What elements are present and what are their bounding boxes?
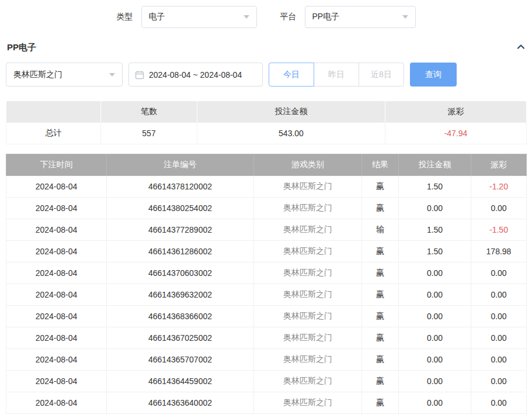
game-category-cell: 奥林匹斯之门 bbox=[254, 262, 362, 284]
table-row: 2024-08-0446614361286002奥林匹斯之门赢1.50178.9… bbox=[6, 241, 527, 262]
bet-time-cell: 2024-08-04 bbox=[6, 392, 107, 414]
table-row: 2024-08-0446614368366002奥林匹斯之门赢0.000.00 bbox=[6, 306, 527, 327]
header-bet-id: 注单编号 bbox=[107, 154, 254, 176]
summary-total-label: 总计 bbox=[6, 123, 101, 144]
bet-amount-cell: 0.00 bbox=[399, 198, 471, 219]
game-select[interactable]: 奥林匹斯之门 bbox=[6, 63, 123, 87]
top-filter-bar: 类型 电子 平台 PP电子 bbox=[0, 0, 532, 32]
game-category-cell: 奥林匹斯之门 bbox=[254, 241, 362, 262]
bet-time-cell: 2024-08-04 bbox=[6, 327, 107, 349]
bet-time-cell: 2024-08-04 bbox=[6, 262, 107, 284]
platform-select[interactable]: PP电子 bbox=[305, 6, 416, 28]
bet-time-cell: 2024-08-04 bbox=[6, 306, 107, 327]
result-cell: 赢 bbox=[362, 198, 399, 219]
bet-id-cell: 46614365707002 bbox=[107, 349, 254, 371]
table-row: 2024-08-0446614377289002奥林匹斯之门输1.50-1.50 bbox=[6, 219, 527, 241]
payout-cell: 0.00 bbox=[471, 349, 527, 371]
table-row: 2024-08-0446614363640002奥林匹斯之门赢0.000.00 bbox=[6, 392, 527, 414]
yesterday-button[interactable]: 昨日 bbox=[314, 63, 359, 87]
game-category-cell: 奥林匹斯之门 bbox=[254, 371, 362, 392]
platform-label: 平台 bbox=[280, 12, 297, 22]
summary-header-row: 笔数 投注金额 派彩 bbox=[6, 101, 527, 123]
records-table-body: 2024-08-0446614378120002奥林匹斯之门赢1.50-1.20… bbox=[6, 176, 527, 414]
payout-cell: 0.00 bbox=[471, 371, 527, 392]
summary-header-payout: 派彩 bbox=[385, 101, 527, 123]
search-button[interactable]: 查询 bbox=[410, 63, 457, 87]
payout-cell: 0.00 bbox=[471, 327, 527, 349]
type-select-value: 电子 bbox=[149, 12, 165, 22]
bet-id-cell: 46614370603002 bbox=[107, 262, 254, 284]
chevron-down-icon bbox=[244, 15, 249, 19]
summary-bet-amount-value: 543.00 bbox=[197, 123, 385, 144]
table-row: 2024-08-0446614370603002奥林匹斯之门赢0.000.00 bbox=[6, 262, 527, 284]
game-select-value: 奥林匹斯之门 bbox=[13, 70, 62, 80]
payout-cell: 0.00 bbox=[471, 284, 527, 306]
bet-amount-cell: 0.00 bbox=[399, 284, 471, 306]
bet-id-cell: 46614369632002 bbox=[107, 284, 254, 306]
game-category-cell: 奥林匹斯之门 bbox=[254, 306, 362, 327]
header-result: 结果 bbox=[362, 154, 399, 176]
chevron-down-icon bbox=[402, 15, 408, 19]
bet-time-cell: 2024-08-04 bbox=[6, 219, 107, 241]
bet-id-cell: 46614363640002 bbox=[107, 392, 254, 414]
last-8-days-button[interactable]: 近8日 bbox=[359, 63, 404, 87]
bet-time-cell: 2024-08-04 bbox=[6, 284, 107, 306]
bet-amount-cell: 0.00 bbox=[399, 306, 471, 327]
payout-cell: 0.00 bbox=[471, 306, 527, 327]
page-title: PP电子 bbox=[7, 42, 36, 53]
payout-cell: 0.00 bbox=[471, 392, 527, 414]
bet-amount-cell: 0.00 bbox=[399, 349, 471, 371]
result-cell: 赢 bbox=[362, 176, 399, 198]
game-category-cell: 奥林匹斯之门 bbox=[254, 284, 362, 306]
today-button[interactable]: 今日 bbox=[269, 63, 314, 87]
table-row: 2024-08-0446614365707002奥林匹斯之门赢0.000.00 bbox=[6, 349, 527, 371]
payout-cell: -1.50 bbox=[471, 219, 527, 241]
payout-cell: 0.00 bbox=[471, 262, 527, 284]
result-cell: 赢 bbox=[362, 371, 399, 392]
bet-id-cell: 46614380254002 bbox=[107, 198, 254, 219]
result-cell: 赢 bbox=[362, 284, 399, 306]
header-bet-amount: 投注金额 bbox=[399, 154, 471, 176]
result-cell: 赢 bbox=[362, 306, 399, 327]
summary-payout-value: -47.94 bbox=[385, 123, 527, 144]
bet-amount-cell: 0.00 bbox=[399, 392, 471, 414]
header-payout: 派彩 bbox=[471, 154, 527, 176]
bet-time-cell: 2024-08-04 bbox=[6, 241, 107, 262]
game-category-cell: 奥林匹斯之门 bbox=[254, 349, 362, 371]
summary-table: 笔数 投注金额 派彩 总计 557 543.00 -47.94 bbox=[6, 101, 527, 144]
collapse-button[interactable] bbox=[517, 43, 525, 53]
table-row: 2024-08-0446614378120002奥林匹斯之门赢1.50-1.20 bbox=[6, 176, 527, 198]
type-label: 类型 bbox=[117, 12, 133, 22]
table-row: 2024-08-0446614367025002奥林匹斯之门赢0.000.00 bbox=[6, 327, 527, 349]
bet-amount-cell: 0.00 bbox=[399, 262, 471, 284]
bet-id-cell: 46614378120002 bbox=[107, 176, 254, 198]
header-bet-time: 下注时间 bbox=[6, 154, 107, 176]
bet-amount-cell: 0.00 bbox=[399, 371, 471, 392]
payout-cell: 178.98 bbox=[471, 241, 527, 262]
result-cell: 赢 bbox=[362, 327, 399, 349]
bet-time-cell: 2024-08-04 bbox=[6, 349, 107, 371]
bet-amount-cell: 0.00 bbox=[399, 327, 471, 349]
result-cell: 赢 bbox=[362, 349, 399, 371]
bet-id-cell: 46614367025002 bbox=[107, 327, 254, 349]
game-category-cell: 奥林匹斯之门 bbox=[254, 219, 362, 241]
table-row: 2024-08-0446614369632002奥林匹斯之门赢0.000.00 bbox=[6, 284, 527, 306]
bet-time-cell: 2024-08-04 bbox=[6, 371, 107, 392]
summary-header-bet-amount: 投注金额 bbox=[197, 101, 385, 123]
result-cell: 赢 bbox=[362, 262, 399, 284]
records-table: 下注时间 注单编号 游戏类别 结果 投注金额 派彩 2024-08-044661… bbox=[6, 154, 527, 414]
summary-header-count: 笔数 bbox=[101, 101, 197, 123]
table-row: 2024-08-0446614380254002奥林匹斯之门赢0.000.00 bbox=[6, 198, 527, 219]
table-row: 2024-08-0446614364459002奥林匹斯之门赢0.000.00 bbox=[6, 371, 527, 392]
summary-total-row: 总计 557 543.00 -47.94 bbox=[6, 123, 527, 144]
payout-cell: 0.00 bbox=[471, 198, 527, 219]
bet-time-cell: 2024-08-04 bbox=[6, 176, 107, 198]
type-select[interactable]: 电子 bbox=[141, 6, 257, 28]
payout-cell: -1.20 bbox=[471, 176, 527, 198]
result-cell: 赢 bbox=[362, 241, 399, 262]
records-header-row: 下注时间 注单编号 游戏类别 结果 投注金额 派彩 bbox=[6, 154, 527, 176]
date-range-value: 2024-08-04 ~ 2024-08-04 bbox=[149, 70, 242, 80]
chevron-up-icon bbox=[517, 43, 525, 51]
date-range-input[interactable]: 2024-08-04 ~ 2024-08-04 bbox=[128, 63, 263, 87]
bet-id-cell: 46614361286002 bbox=[107, 241, 254, 262]
